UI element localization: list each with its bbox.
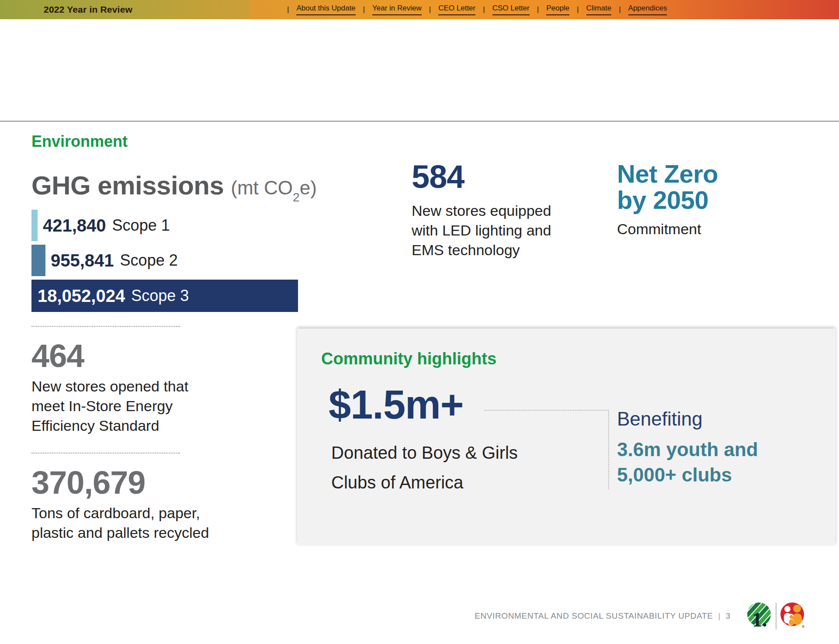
dotted-connector-vertical	[608, 410, 609, 489]
nav-link-appendices[interactable]: Appendices	[628, 4, 667, 15]
section-heading-environment: Environment	[31, 132, 128, 151]
report-title: 2022 Year in Review	[44, 0, 132, 19]
nav-separator: |	[287, 5, 289, 14]
ghg-emissions-title: GHG emissions (mt CO2e)	[31, 170, 317, 201]
nav-separator: |	[483, 5, 485, 14]
nav-separator: |	[577, 5, 579, 14]
dotted-divider	[31, 453, 180, 454]
net-zero-line2: by 2050	[617, 187, 718, 213]
ghg-bar-value: 421,840	[43, 216, 106, 235]
nav-separator: |	[429, 5, 431, 14]
ghg-bar-value: 955,841	[51, 251, 114, 270]
stat-led-stores: 584 New stores equipped with LED lightin…	[412, 161, 586, 260]
benefiting-value: 3.6m youth and 5,000+ clubs	[617, 437, 783, 488]
ghg-bar-row: 18,052,024Scope 3	[31, 280, 302, 312]
ghg-title-text: GHG emissions	[31, 170, 224, 201]
ghg-bar-scope-3: 18,052,024Scope 3	[31, 280, 298, 312]
nav-link-ceo-letter[interactable]: CEO Letter	[438, 4, 475, 15]
net-zero-line1: Net Zero	[617, 161, 718, 187]
ghg-bar-value: 18,052,024	[38, 286, 125, 306]
community-heading: Community highlights	[321, 350, 496, 368]
community-highlights-panel: Community highlights $1.5m+ Donated to B…	[297, 329, 836, 545]
svg-text:1.: 1.	[752, 609, 767, 630]
ghg-bar-category: Scope 3	[131, 287, 189, 305]
ghg-bar-category: Scope 1	[112, 216, 170, 235]
benefiting-label: Benefiting	[617, 408, 703, 430]
stat-value: 464	[31, 340, 206, 372]
family-dollar-logo	[779, 602, 806, 630]
nav-link-people[interactable]: People	[546, 4, 569, 15]
logo-divider	[776, 602, 777, 630]
top-nav-links: |About this Update|Year in Review|CEO Le…	[280, 0, 667, 19]
top-nav-bar: 2022 Year in Review |About this Update|Y…	[0, 0, 839, 19]
page-number: 3	[725, 611, 730, 621]
stat-recycled-tons: 370,679 Tons of cardboard, paper, plasti…	[31, 467, 232, 543]
stat-value: 370,679	[31, 467, 232, 499]
dollar-tree-logo: 1.	[746, 602, 773, 630]
footer-title: ENVIRONMENTAL AND SOCIAL SUSTAINABILITY …	[475, 611, 713, 621]
net-zero-commitment: Net Zero by 2050 Commitment	[617, 161, 718, 238]
nav-separator: |	[363, 5, 365, 14]
ghg-bar-row: 955,841Scope 2	[31, 245, 302, 276]
ghg-unit: (mt CO2e)	[231, 177, 316, 201]
dotted-connector-horizontal	[484, 410, 609, 411]
nav-link-year-in-review[interactable]: Year in Review	[372, 4, 422, 15]
stat-description: New stores opened that meet In-Store Ene…	[31, 377, 189, 436]
ghg-bar-category: Scope 2	[120, 251, 178, 270]
footer-separator: |	[718, 611, 720, 621]
report-page: 2022 Year in Review |About this Update|Y…	[0, 0, 839, 644]
ghg-emissions-bar-chart: 421,840Scope 1955,841Scope 218,052,024Sc…	[31, 210, 302, 315]
nav-separator: |	[619, 5, 621, 14]
donation-amount: $1.5m+	[329, 384, 464, 425]
stat-value: 584	[412, 161, 586, 193]
ghg-unit-subscript: 2	[293, 190, 300, 204]
stat-new-stores-efficiency: 464 New stores opened that meet In-Store…	[31, 340, 206, 436]
nav-link-about-this-update[interactable]: About this Update	[296, 4, 355, 15]
dotted-divider	[31, 326, 180, 327]
stat-description: Tons of cardboard, paper, plastic and pa…	[31, 503, 215, 543]
footer: ENVIRONMENTAL AND SOCIAL SUSTAINABILITY …	[475, 602, 806, 630]
nav-separator: |	[537, 5, 539, 14]
ghg-bar-row: 421,840Scope 1	[31, 210, 302, 241]
ghg-bar-scope-2	[31, 245, 45, 276]
stat-description: New stores equipped with LED lighting an…	[412, 201, 565, 260]
net-zero-label: Commitment	[617, 221, 718, 238]
donation-description: Donated to Boys & Girls Clubs of America	[331, 438, 524, 497]
header-rule	[0, 121, 839, 122]
ghg-bar-scope-1	[31, 210, 38, 241]
nav-link-climate[interactable]: Climate	[586, 4, 612, 15]
nav-link-cso-letter[interactable]: CSO Letter	[492, 4, 530, 15]
